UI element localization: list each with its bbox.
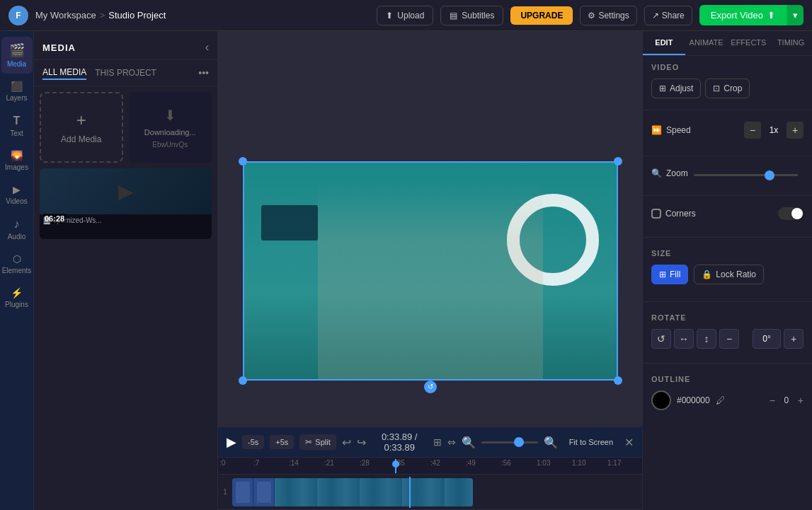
divider-1 xyxy=(643,110,812,110)
size-row: ⊞ Fill 🔒 Lock Ratio xyxy=(651,265,804,284)
flip-v-button[interactable]: ↕ xyxy=(697,329,716,349)
sidebar-item-text[interactable]: T Text xyxy=(1,109,33,143)
eyedropper-button[interactable]: 🖊 xyxy=(716,395,726,406)
crop-button[interactable]: ⊡ Crop xyxy=(705,79,750,98)
close-timeline-button[interactable]: ✕ xyxy=(624,436,634,449)
export-video-button[interactable]: Export Video ⬆ xyxy=(699,5,787,25)
canvas-container: ↺ xyxy=(243,161,618,381)
zoom-out-button[interactable]: 🔍 xyxy=(462,436,476,449)
share-button[interactable]: ↗ Share xyxy=(644,6,692,25)
speed-increase-button[interactable]: + xyxy=(787,122,804,139)
subtitles-button[interactable]: ▤ Subtitles xyxy=(440,6,503,25)
speed-icon: ⏩ xyxy=(651,125,662,135)
multi-track-icon: ⊞ xyxy=(433,436,442,448)
sidebar-item-images[interactable]: 🌄 Images xyxy=(1,144,33,177)
media-icon: 🎬 xyxy=(9,42,25,58)
media-tabs: ALL MEDIA THIS PROJECT ••• xyxy=(34,60,217,86)
outline-decrease-button[interactable]: − xyxy=(770,395,775,406)
ruler-42: :42 xyxy=(430,459,440,467)
speed-row: ⏩ Speed − 1x + xyxy=(651,122,804,139)
skip-fwd-button[interactable]: +5s xyxy=(270,435,294,449)
video-play-icon: ▶ xyxy=(118,180,134,203)
track-content-1[interactable] xyxy=(232,477,642,508)
fit-screen-button[interactable]: Fit to Screen xyxy=(564,435,619,449)
rotation-icon: ↺ xyxy=(428,383,433,390)
rotate-minus-button[interactable]: − xyxy=(719,329,739,349)
sidebar-item-plugins[interactable]: ⚡ Plugins xyxy=(1,282,33,314)
tab-all-media[interactable]: ALL MEDIA xyxy=(42,66,86,80)
skip-back-button[interactable]: -5s xyxy=(242,435,264,449)
clip-thumb-2 xyxy=(253,478,275,506)
zoom-slider[interactable] xyxy=(694,174,798,176)
magnet-icon: ⇔ xyxy=(447,436,456,448)
right-panel-tabs: EDIT ANIMATE EFFECTS TIMING xyxy=(643,31,812,56)
ruler-14: :14 xyxy=(289,459,299,467)
videos-icon: ▶ xyxy=(13,184,21,195)
ruler-21: :21 xyxy=(324,459,334,467)
lock-ratio-button[interactable]: 🔒 Lock Ratio xyxy=(694,265,764,284)
track-clip[interactable] xyxy=(232,478,473,506)
sidebar-item-media[interactable]: 🎬 Media xyxy=(1,37,33,74)
outline-hex-value: #000000 xyxy=(677,395,710,405)
media-item-1[interactable]: ▶ 06:28 📄 optimized-Ws... xyxy=(40,168,212,239)
undo-button[interactable]: ↩ xyxy=(342,436,351,449)
sidebar-item-elements[interactable]: ⬡ Elements xyxy=(1,248,33,280)
ruler-0: :0 xyxy=(219,459,225,467)
sidebar-item-audio[interactable]: ♪ Audio xyxy=(1,212,33,246)
handle-top-left[interactable] xyxy=(239,157,247,166)
track-row-1: 1 xyxy=(218,475,642,510)
add-media-button[interactable]: + Add Media xyxy=(40,92,123,163)
handle-bottom-right[interactable] xyxy=(614,376,622,385)
tab-this-project[interactable]: THIS PROJECT xyxy=(95,66,156,79)
corners-icon xyxy=(651,209,661,219)
zoom-in-button[interactable]: 🔍 xyxy=(544,436,558,449)
timeline-zoom-controls: ⊞ ⇔ 🔍 🔍 Fit to Screen ✕ xyxy=(433,435,634,449)
upgrade-button[interactable]: UPGRADE xyxy=(510,6,573,25)
corners-toggle[interactable] xyxy=(778,207,804,220)
corners-label: Corners xyxy=(651,209,696,219)
upload-icon: ⬆ xyxy=(386,11,393,21)
adjust-button[interactable]: ⊞ Adjust xyxy=(651,79,701,98)
outline-row: #000000 🖊 − 0 + xyxy=(651,390,804,410)
media-more-button[interactable]: ••• xyxy=(198,67,209,79)
rotate-ccw-button[interactable]: ↺ xyxy=(651,329,671,349)
rotate-value-input[interactable] xyxy=(753,329,781,349)
flip-h-button[interactable]: ↔ xyxy=(674,329,694,349)
fill-button[interactable]: ⊞ Fill xyxy=(651,265,688,284)
canvas-video-bg xyxy=(243,161,618,381)
play-button[interactable]: ▶ xyxy=(227,434,236,450)
zoom-label: 🔍 Zoom xyxy=(651,168,688,178)
adjust-icon: ⊞ xyxy=(659,83,666,93)
rotate-section: ROTATE ↺ ↔ ↕ − + xyxy=(643,306,812,359)
media-item-duration: 06:28 xyxy=(42,214,67,224)
layers-icon: ⬛ xyxy=(11,81,23,92)
speed-decrease-button[interactable]: − xyxy=(744,122,761,139)
tab-timing[interactable]: TIMING xyxy=(770,31,812,55)
media-panel-close-button[interactable]: ‹ xyxy=(205,41,209,54)
timeline-zoom-slider[interactable] xyxy=(481,441,538,444)
media-content: + Add Media ⬇ Downloading... EbwUnvQs ▶ … xyxy=(34,86,217,510)
divider-3 xyxy=(643,195,812,196)
size-section: SIZE ⊞ Fill 🔒 Lock Ratio xyxy=(643,242,812,297)
tab-effects[interactable]: EFFECTS xyxy=(728,31,770,55)
outline-color-swatch[interactable] xyxy=(651,390,671,410)
handle-bottom-left[interactable] xyxy=(239,376,247,385)
tab-animate[interactable]: ANIMATE xyxy=(685,31,728,55)
settings-button[interactable]: ⚙ Settings xyxy=(580,6,636,25)
outline-section-title: OUTLINE xyxy=(651,375,804,383)
breadcrumb: My Workspace > Studio Project xyxy=(35,10,166,21)
chevron-down-icon: ▾ xyxy=(793,10,798,21)
upload-button[interactable]: ⬆ Upload xyxy=(377,6,433,25)
sidebar-item-videos[interactable]: ▶ Videos xyxy=(1,178,33,211)
export-dropdown-button[interactable]: ▾ xyxy=(787,5,804,25)
tab-edit[interactable]: EDIT xyxy=(643,31,685,55)
handle-top-right[interactable] xyxy=(614,157,622,166)
outline-increase-button[interactable]: + xyxy=(798,395,804,406)
sidebar-item-layers[interactable]: ⬛ Layers xyxy=(1,75,33,108)
rotation-handle[interactable]: ↺ xyxy=(424,381,437,393)
timeline-area: ▶ -5s +5s ✂ Split ↩ ↪ 0:33.89 / 0:33.89 … xyxy=(218,427,642,510)
split-button[interactable]: ✂ Split xyxy=(299,434,336,450)
rotate-plus-button[interactable]: + xyxy=(784,329,804,349)
redo-button[interactable]: ↪ xyxy=(357,436,366,449)
zoom-icon: 🔍 xyxy=(651,168,662,178)
